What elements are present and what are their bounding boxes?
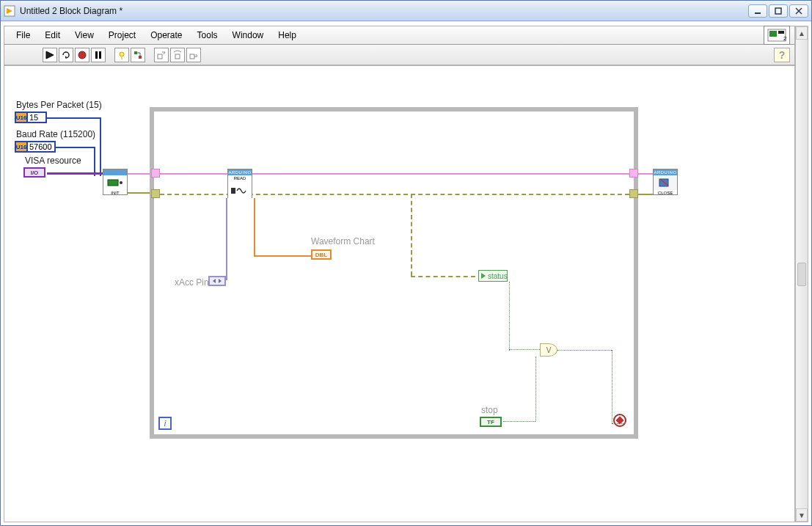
svg-rect-19 [158,54,162,59]
scroll-up-button[interactable]: ▲ [796,26,808,40]
datatype-tag: U16 [16,142,28,151]
titlebar[interactable]: Untitled 2 Block Diagram * [1,1,811,21]
svg-rect-17 [134,51,137,54]
svg-point-23 [120,181,122,184]
subvi-header: ARDUINO [654,169,677,175]
svg-rect-7 [769,31,777,37]
subvi-arduino-init[interactable]: INIT [103,169,128,195]
subvi-arduino-close[interactable]: ARDUINO CLOSE [653,169,678,195]
close-button[interactable] [789,4,808,18]
menu-window[interactable]: Window [225,27,271,43]
window-title: Untitled 2 Block Diagram * [20,6,748,16]
subvi-footer: INIT [103,190,127,196]
retain-wire-values-button[interactable] [131,48,145,62]
window-frame: Untitled 2 Block Diagram * File Edit Vie… [0,0,812,526]
vi-panel-icon[interactable]: 2 [764,26,790,45]
svg-rect-18 [139,56,142,59]
label-visa-resource: VISA resource [25,156,81,166]
menu-help[interactable]: Help [271,27,304,43]
label-stop: stop [481,405,498,415]
label-bytes-per-packet: Bytes Per Packet (15) [16,100,102,110]
loop-iteration-terminal[interactable]: i [158,417,172,430]
svg-marker-10 [46,51,54,59]
menu-tools[interactable]: Tools [190,27,225,43]
subvi-label: READ [228,175,252,181]
menu-operate[interactable]: Operate [143,27,189,43]
control-xacc-pin[interactable] [208,276,226,286]
block-diagram-canvas[interactable]: Bytes Per Packet (15) U16 15 Baud Rate (… [4,65,795,522]
toolbar: ? [4,45,795,65]
arrow-icon [481,273,486,279]
control-visa-resource[interactable]: I/O [23,167,45,178]
tunnel-error-in[interactable] [151,189,160,198]
step-out-button[interactable] [186,48,201,62]
step-into-button[interactable] [154,48,169,62]
loop-condition-terminal[interactable] [613,414,626,427]
control-stop[interactable]: TF [480,417,502,427]
svg-marker-26 [219,279,222,283]
subvi-footer: CLOSE [654,190,677,196]
svg-rect-3 [775,8,781,14]
label-xacc-pin: xAcc Pin [175,277,209,288]
step-over-button[interactable] [170,48,185,62]
labview-icon [4,5,15,17]
status-text: status [488,272,508,280]
svg-point-15 [120,52,124,56]
menu-edit[interactable]: Edit [37,27,67,43]
svg-rect-24 [231,188,235,194]
vertical-scrollbar[interactable]: ▲ ▼ [795,26,808,522]
indicator-status[interactable]: status [478,270,508,282]
svg-rect-13 [95,51,98,59]
menu-view[interactable]: View [67,27,101,43]
subvi-header: ARDUINO [228,169,252,175]
datatype-tag: U16 [16,113,28,122]
minimize-button[interactable] [748,4,767,18]
control-value: 15 [28,113,45,122]
or-node[interactable]: V [540,343,557,357]
help-glyph: ? [779,49,786,61]
label-baud-rate: Baud Rate (115200) [16,129,95,139]
label-waveform-chart: Waveform Chart [311,236,375,246]
tunnel-error-out[interactable] [629,189,638,198]
tunnel-visa-in[interactable] [151,169,160,178]
subvi-header [103,169,127,175]
control-bytes-per-packet[interactable]: U16 15 [15,112,47,123]
run-button[interactable] [43,48,57,62]
menu-project[interactable]: Project [101,27,143,43]
svg-rect-20 [175,54,180,59]
datatype-tag: TF [487,419,494,425]
svg-point-12 [78,51,86,59]
maximize-button[interactable] [769,4,788,18]
context-help-button[interactable]: ? [774,48,790,62]
svg-rect-21 [190,54,194,59]
menubar: File Edit View Project Operate Tools Win… [4,26,795,45]
indicator-waveform-chart[interactable]: DBL [311,249,332,260]
svg-marker-25 [213,279,216,283]
control-baud-rate[interactable]: U16 57600 [15,141,56,153]
pause-button[interactable] [91,48,106,62]
svg-text:2: 2 [783,35,786,42]
scroll-thumb[interactable] [797,263,806,286]
subvi-arduino-read[interactable]: ARDUINO READ [227,169,252,198]
svg-rect-14 [99,51,101,59]
menu-file[interactable]: File [9,27,37,43]
highlight-execution-button[interactable] [114,48,129,62]
abort-button[interactable] [75,48,89,62]
svg-rect-8 [778,31,784,34]
tunnel-visa-out[interactable] [629,169,638,178]
control-value: 57600 [28,142,54,151]
while-loop[interactable]: i [150,107,638,439]
datatype-tag: DBL [315,252,327,258]
or-glyph: V [546,346,552,354]
run-continuous-button[interactable] [59,48,73,62]
scroll-down-button[interactable]: ▼ [796,508,808,522]
svg-rect-22 [108,180,118,186]
